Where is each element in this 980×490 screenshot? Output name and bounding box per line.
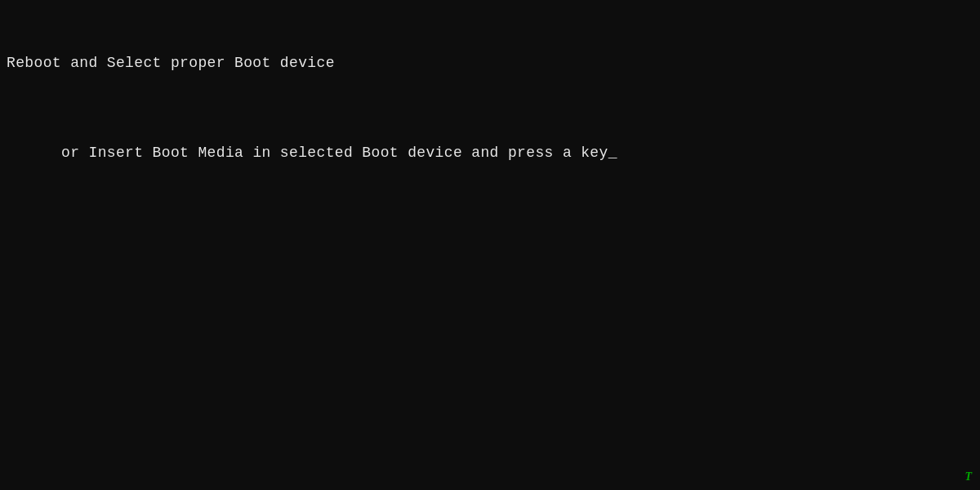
boot-line-2-text: or Insert Boot Media in selected Boot de… [61, 145, 608, 161]
boot-line-2: or Insert Boot Media in selected Boot de… [7, 120, 973, 186]
boot-line-1: Reboot and Select proper Boot device [7, 52, 973, 74]
boot-screen: Reboot and Select proper Boot device or … [0, 0, 980, 490]
watermark: T [964, 470, 972, 483]
boot-message-container: Reboot and Select proper Boot device or … [7, 8, 973, 230]
cursor: _ [608, 145, 617, 161]
